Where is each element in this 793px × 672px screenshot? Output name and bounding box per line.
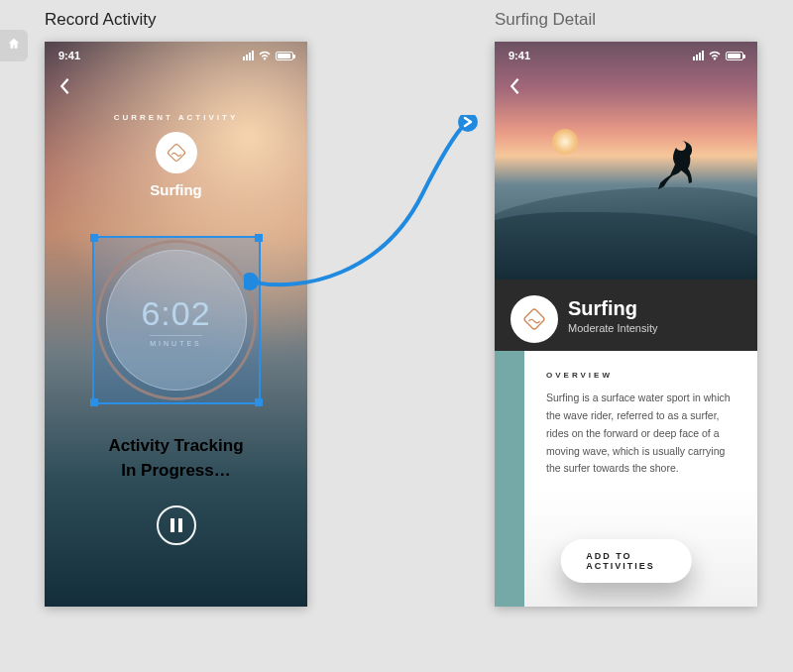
back-button[interactable] xyxy=(509,77,520,100)
record-content: CURRENT ACTIVITY Surfing xyxy=(45,42,307,607)
teal-side-rail xyxy=(495,351,524,607)
screen-label-surfing-detail: Surfing Detail xyxy=(495,10,596,30)
screen-label-record-activity: Record Activity xyxy=(45,10,156,30)
status-bar: 9:41 xyxy=(495,42,757,69)
chevron-left-icon xyxy=(58,77,70,95)
sun-glow xyxy=(552,129,578,155)
svg-rect-1 xyxy=(523,308,545,330)
home-tab[interactable] xyxy=(0,30,28,61)
status-time: 9:41 xyxy=(58,50,80,61)
chevron-left-icon xyxy=(509,77,520,95)
battery-icon xyxy=(276,52,293,60)
cellular-icon xyxy=(693,51,704,60)
surf-diamond-icon xyxy=(520,305,548,333)
cellular-icon xyxy=(243,51,254,60)
add-to-activities-button[interactable]: ADD TO ACTIVITIES xyxy=(560,539,692,583)
detail-subtitle: Moderate Intensity xyxy=(568,322,658,334)
surf-diamond-icon xyxy=(165,141,188,165)
overview-label: OVERVIEW xyxy=(546,371,736,380)
wifi-icon xyxy=(258,51,272,60)
screen-record-activity: 9:41 CURRENT ACTIVITY Surfing 6:02 MINUT… xyxy=(45,42,307,607)
back-button[interactable] xyxy=(58,77,70,100)
activity-badge[interactable] xyxy=(156,132,197,173)
hero-image-surfer xyxy=(495,42,757,280)
battery-icon xyxy=(726,52,743,60)
home-icon xyxy=(7,37,21,55)
detail-body: OVERVIEW Surfing is a surface water spor… xyxy=(495,351,757,607)
detail-title: Surfing xyxy=(568,297,658,319)
svg-point-3 xyxy=(458,115,478,132)
overview-body: Surfing is a surface water sport in whic… xyxy=(546,390,736,478)
status-icons xyxy=(243,51,293,60)
screen-surfing-detail: 9:41 Surfing Moderate Intensity OVERVIEW… xyxy=(495,42,757,607)
status-bar: 9:41 xyxy=(45,42,307,69)
status-icons xyxy=(693,51,743,60)
activity-name: Surfing xyxy=(45,181,307,198)
surfer-silhouette xyxy=(653,137,703,198)
status-time: 9:41 xyxy=(509,50,530,61)
svg-rect-0 xyxy=(167,144,185,163)
current-activity-kicker: CURRENT ACTIVITY xyxy=(45,113,307,122)
activity-badge xyxy=(510,295,558,343)
wifi-icon xyxy=(708,51,722,60)
detail-title-bar: Surfing Moderate Intensity xyxy=(495,280,757,351)
